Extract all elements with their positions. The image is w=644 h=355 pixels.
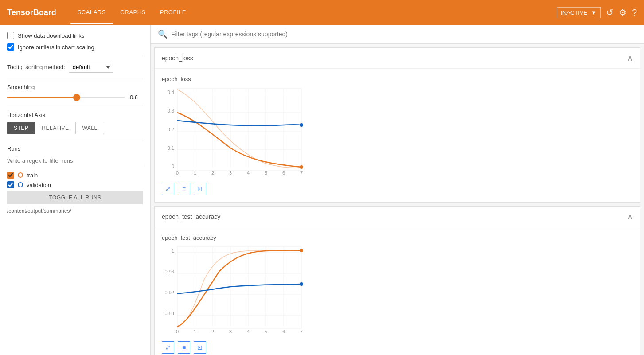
epoch-loss-chart: 0.4 0.3 0.2 0.1 0: [162, 86, 312, 179]
sidebar: Show data download links Ignore outliers…: [0, 25, 151, 355]
smoothing-value: 0.6: [130, 94, 143, 101]
epoch-loss-collapse-icon[interactable]: ∧: [627, 53, 633, 63]
epoch-accuracy-section: epoch_test_accuracy ∧ epoch_test_accurac…: [154, 206, 640, 355]
main-content: 🔍 epoch_loss ∧ epoch_loss: [151, 25, 644, 355]
svg-text:6: 6: [282, 170, 285, 176]
image-button-accuracy[interactable]: ⊡: [194, 341, 206, 354]
divider3: [7, 106, 143, 106]
tooltip-sorting-select[interactable]: default ascending descending nearest: [69, 62, 113, 73]
filter-input[interactable]: [171, 31, 637, 38]
list-button-loss[interactable]: ≡: [178, 183, 190, 195]
axis-relative-button[interactable]: RELATIVE: [35, 122, 75, 134]
divider2: [7, 78, 143, 78]
svg-text:6: 6: [282, 329, 285, 334]
epoch-accuracy-section-title: epoch_test_accuracy: [162, 213, 220, 220]
ignore-outliers-row: Ignore outliers in chart scaling: [7, 43, 143, 51]
svg-text:0: 0: [176, 329, 179, 334]
dropdown-arrow-icon: ▼: [591, 9, 597, 16]
settings-icon[interactable]: ⚙: [619, 7, 627, 18]
divider1: [7, 56, 143, 56]
epoch-accuracy-chart-area: epoch_test_accuracy 1 0.96 0.92 0.88: [155, 227, 640, 355]
svg-text:0.2: 0.2: [168, 127, 174, 132]
tooltip-row: Tooltip sorting method: default ascendin…: [7, 62, 143, 73]
expand-button-loss[interactable]: ⤢: [162, 183, 174, 195]
svg-rect-31: [177, 247, 301, 329]
epoch-accuracy-header[interactable]: epoch_test_accuracy ∧: [155, 207, 640, 227]
tooltip-sorting-label: Tooltip sorting method:: [7, 64, 65, 70]
svg-point-42: [300, 249, 303, 252]
list-button-accuracy[interactable]: ≡: [178, 341, 190, 354]
svg-text:0: 0: [176, 170, 179, 176]
image-button-loss[interactable]: ⊡: [194, 183, 206, 195]
toggle-all-button[interactable]: TOGGLE ALL RUNS: [7, 191, 143, 204]
status-label: INACTIVE: [561, 9, 587, 16]
svg-text:2: 2: [211, 329, 214, 334]
runs-filter-input[interactable]: [7, 156, 143, 166]
runs-title: Runs: [7, 145, 143, 152]
svg-text:1: 1: [172, 248, 174, 254]
svg-text:0.3: 0.3: [168, 108, 174, 113]
slider-row: 0.6: [7, 94, 143, 101]
status-dropdown[interactable]: INACTIVE ▼: [557, 7, 601, 18]
svg-text:0.92: 0.92: [165, 290, 174, 295]
epoch-accuracy-chart: 1 0.96 0.92 0.88: [162, 245, 312, 338]
show-download-label[interactable]: Show data download links: [18, 32, 84, 39]
smoothing-title: Smoothing: [7, 84, 143, 90]
divider4: [7, 140, 143, 140]
svg-text:0: 0: [172, 164, 174, 169]
svg-text:5: 5: [265, 170, 267, 176]
runs-path: /content/output/summaries/: [7, 208, 143, 214]
epoch-accuracy-collapse-icon[interactable]: ∧: [627, 212, 633, 222]
axis-step-button[interactable]: STEP: [7, 122, 35, 134]
header: TensorBoard SCALARS GRAPHS PROFILE INACT…: [0, 0, 644, 25]
nav-scalars[interactable]: SCALARS: [70, 1, 113, 24]
svg-point-17: [300, 165, 303, 169]
svg-text:7: 7: [300, 329, 303, 334]
run-validation-label: validation: [27, 182, 51, 188]
svg-point-18: [300, 123, 303, 127]
svg-text:1: 1: [194, 329, 196, 334]
svg-text:0.96: 0.96: [165, 269, 174, 274]
epoch-loss-chart-area: epoch_loss 0.4 0.3 0.2 0.1: [155, 69, 640, 202]
show-download-checkbox[interactable]: [7, 32, 14, 39]
nav-profile[interactable]: PROFILE: [153, 1, 193, 24]
ignore-outliers-label[interactable]: Ignore outliers in chart scaling: [18, 44, 94, 51]
nav-graphs[interactable]: GRAPHS: [113, 1, 153, 24]
run-train-checkbox[interactable]: [7, 172, 14, 179]
svg-text:3: 3: [229, 170, 232, 176]
axis-wall-button[interactable]: WALL: [75, 122, 104, 134]
run-validation-checkbox[interactable]: [7, 181, 14, 188]
logo: TensorBoard: [7, 8, 56, 17]
epoch-loss-chart-title: epoch_loss: [162, 76, 633, 82]
expand-button-accuracy[interactable]: ⤢: [162, 341, 174, 354]
epoch-loss-section: epoch_loss ∧ epoch_loss 0.4: [154, 47, 640, 203]
epoch-loss-actions: ⤢ ≡ ⊡: [162, 183, 633, 195]
ignore-outliers-checkbox[interactable]: [7, 43, 14, 51]
epoch-accuracy-chart-title: epoch_test_accuracy: [162, 234, 633, 241]
run-train-label: train: [27, 172, 38, 179]
layout: Show data download links Ignore outliers…: [0, 25, 644, 355]
refresh-icon[interactable]: ↺: [606, 7, 613, 18]
svg-text:3: 3: [229, 329, 232, 334]
run-validation-circle: [18, 182, 23, 187]
svg-text:0.4: 0.4: [168, 90, 174, 95]
epoch-accuracy-actions: ⤢ ≡ ⊡: [162, 341, 633, 354]
epoch-loss-header[interactable]: epoch_loss ∧: [155, 48, 640, 69]
search-icon: 🔍: [158, 29, 168, 39]
svg-text:1: 1: [194, 170, 196, 176]
filter-bar: 🔍: [151, 25, 644, 44]
epoch-loss-section-title: epoch_loss: [162, 55, 193, 62]
run-train-row: train: [7, 172, 143, 179]
svg-text:4: 4: [247, 170, 250, 176]
smoothing-slider[interactable]: [7, 97, 125, 98]
run-validation-row: validation: [7, 181, 143, 188]
run-train-circle: [18, 172, 23, 178]
svg-text:7: 7: [300, 170, 303, 176]
help-icon[interactable]: ?: [632, 8, 637, 18]
axis-buttons: STEP RELATIVE WALL: [7, 122, 143, 134]
svg-point-43: [300, 282, 303, 286]
svg-text:0.88: 0.88: [165, 311, 174, 316]
horizontal-axis-title: Horizontal Axis: [7, 112, 143, 118]
svg-rect-5: [177, 88, 301, 170]
nav: SCALARS GRAPHS PROFILE: [70, 1, 557, 24]
